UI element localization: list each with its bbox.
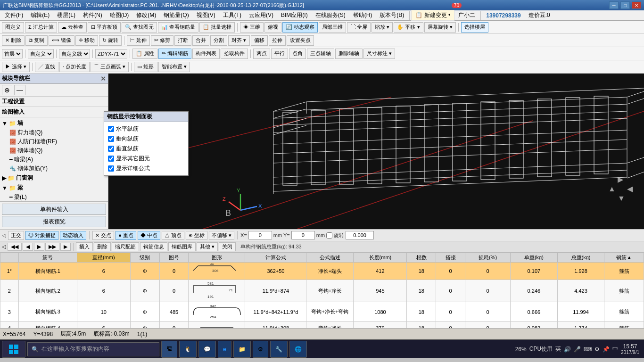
snap-btn-midpoint-heavy[interactable]: ● 重点 <box>116 231 136 240</box>
btn-define[interactable]: 图定义 <box>2 22 24 33</box>
btn-zoom[interactable]: 缩放 ▾ <box>372 22 393 33</box>
3d-view[interactable]: B B X Y Z ▶ ▲ ▼ ◀ <box>108 74 644 229</box>
table-btn-steel-info[interactable]: 钢筋信息 <box>140 242 167 251</box>
btn-del-aux[interactable]: 删除辅轴 <box>335 49 363 59</box>
btn-select-floor[interactable]: 选择楼层 <box>461 22 488 33</box>
table-btn-first[interactable]: ◀◀ <box>8 243 22 251</box>
btn-local-3d[interactable]: 局部三维 <box>319 22 346 33</box>
tree-item-hidden-beam[interactable]: ━暗梁(A) <box>0 155 108 164</box>
btn-dim-mark[interactable]: 尺寸标注 ▾ <box>363 49 395 59</box>
btn-point-angle[interactable]: 点角 <box>289 49 306 59</box>
y-input[interactable] <box>291 231 315 239</box>
cb-horizontal[interactable] <box>108 126 114 132</box>
btn-batch-select[interactable]: 📋 批量选择 <box>199 22 235 33</box>
btn-trim[interactable]: ✂ 修剪 <box>151 35 173 46</box>
btn-property[interactable]: 📋 属性 <box>132 49 157 59</box>
table-row[interactable]: 4 横向钢筋.4 6 Φ 0 11.9*d+308 弯钩+净长 379 18 0 <box>0 322 644 329</box>
snap-btn-vertex[interactable]: △ 顶点 <box>162 231 184 240</box>
btn-parallel[interactable]: 平行 <box>271 49 288 59</box>
menu-file[interactable]: 文件(F) <box>1 10 27 20</box>
btn-pan[interactable]: ✋ 平移 ▾ <box>394 22 423 33</box>
menu-component[interactable]: 构件(N) <box>79 10 106 20</box>
search-box[interactable]: 🔍 在这里输入你要搜索的内容 <box>27 342 159 356</box>
btn-rotate[interactable]: ↻ 旋转 <box>99 35 122 46</box>
snap-btn-midpoint[interactable]: ◆ 中点 <box>138 231 160 240</box>
btn-align[interactable]: 对齐 ▾ <box>228 35 249 46</box>
snap-btn-no-offset[interactable]: 不偏移 ▾ <box>209 231 234 240</box>
snap-btn-orthogonal[interactable]: 正交 <box>8 231 24 240</box>
btn-view-steel[interactable]: 📊 查看钢筋量 <box>158 22 198 33</box>
btn-arc[interactable]: ⌒ 三点画弧 ▾ <box>91 62 129 72</box>
btn-rect[interactable]: ▭ 矩形 <box>134 62 157 72</box>
snap-btn-capture[interactable]: ◎ 对象捕捉 <box>25 231 58 240</box>
start-button[interactable] <box>2 341 25 358</box>
taskbar-item-qq[interactable]: 🐧 <box>179 341 197 358</box>
menu-steel[interactable]: 钢筋量(Q) <box>160 10 192 20</box>
btn-fullscreen[interactable]: ⛶ 全屏 <box>347 22 371 33</box>
zdyx-select[interactable]: ZDYX-71 <box>95 49 127 58</box>
btn-check[interactable]: ☁ 云检查 <box>58 22 87 33</box>
btn-edit-steel[interactable]: ✏ 编辑钢筋 <box>158 49 191 59</box>
cb-vertical2[interactable] <box>108 146 114 152</box>
menu-floor[interactable]: 楼层(L) <box>53 10 79 20</box>
taskbar-item-ie[interactable]: e <box>218 341 231 358</box>
btn-line[interactable]: ╱ 直线 <box>35 62 58 72</box>
btn-offset[interactable]: 偏移 <box>251 35 268 46</box>
btn-3point-aux[interactable]: 三点辅轴 <box>307 49 334 59</box>
btn-dynamic[interactable]: 🔄 动态观察 <box>282 22 318 33</box>
btn-pick-component[interactable]: 拾取构件 <box>221 49 248 59</box>
table-btn-other[interactable]: 其他 ▾ <box>197 242 218 251</box>
btn-extend[interactable]: ⊢ 延伸 <box>127 35 150 46</box>
sidebar-btn-project[interactable]: 工程设置 <box>0 97 108 107</box>
tree-item-brick-wall[interactable]: 🧱砌体墙(Q) <box>0 146 108 155</box>
tree-item-civil-wall[interactable]: 🧱人防门框墙(RF) <box>0 137 108 146</box>
menu-modify[interactable]: 修改(M) <box>132 10 160 20</box>
maximize-button[interactable]: □ <box>620 1 630 9</box>
btn-point-len[interactable]: · 点加长度 <box>59 62 90 72</box>
minimize-button[interactable]: ─ <box>609 1 619 9</box>
tree-item-brick-steel[interactable]: 🔩砌体加筋(Y) <box>0 164 108 173</box>
menu-price[interactable]: 造价豆:0 <box>525 10 554 20</box>
btn-merge[interactable]: 合并 <box>192 35 209 46</box>
cb-vertical1[interactable] <box>108 136 114 142</box>
btn-find[interactable]: 🔍 查找图元 <box>122 22 157 33</box>
taskbar-item-extra3[interactable]: 🌐 <box>289 341 307 358</box>
menu-gx2[interactable]: 广小二 <box>454 10 479 20</box>
btn-copy[interactable]: ⧉ 复制 <box>25 35 48 46</box>
tree-section-wall[interactable]: ▼ 📁 墙 <box>0 118 108 128</box>
snap-btn-coord[interactable]: ⊕ 坐标 <box>186 231 207 240</box>
close-button[interactable]: ✕ <box>632 1 641 9</box>
btn-screen-rotate[interactable]: 屏幕旋转 ▾ <box>424 22 456 33</box>
floor-select[interactable]: 首层 <box>2 49 23 58</box>
btn-select[interactable]: ▶ 选择 ▾ <box>2 62 30 72</box>
btn-report-preview[interactable]: 报表预览 <box>2 216 106 227</box>
tree-section-door[interactable]: ▶ 📁 门窗洞 <box>0 173 108 183</box>
rotate-checkbox[interactable] <box>326 232 332 239</box>
taskbar-item-wechat[interactable]: 💬 <box>198 341 216 358</box>
cb-show-formula[interactable] <box>108 165 114 172</box>
taskbar-item-extra1[interactable]: ⚙ <box>253 341 268 358</box>
tray-keyboard-icon[interactable]: ⌨ <box>584 346 592 353</box>
snap-btn-intersect[interactable]: ✕ 交点 <box>92 231 114 240</box>
sidebar-close-btn[interactable]: ✕ <box>100 75 106 82</box>
table-row[interactable]: 2 横向钢筋.2 6 Φ 0 581 71 191 <box>0 280 644 302</box>
btn-3d[interactable]: ◈ 三维 <box>240 22 264 33</box>
tray-mic-icon[interactable]: 🎤 <box>574 346 581 353</box>
btn-flush[interactable]: ⊟ 平齐板顶 <box>88 22 121 33</box>
sidebar-tool-btn2[interactable]: — <box>14 85 25 95</box>
menu-draw[interactable]: 绘图(D) <box>106 10 133 20</box>
table-btn-close[interactable]: 关闭 <box>219 242 236 251</box>
table-row[interactable]: 3 横向钢筋.3 10 Φ 485 842 254 11.9*d+842+11.… <box>0 302 644 322</box>
menu-bim[interactable]: BIM应用(I) <box>277 10 312 20</box>
btn-top-view[interactable]: 俯视 <box>264 22 281 33</box>
table-btn-prev[interactable]: ◀ <box>23 243 33 251</box>
btn-delete[interactable]: ✕ 删除 <box>2 35 25 46</box>
btn-calc[interactable]: Σ 汇总计算 <box>25 22 57 33</box>
tray-pin-icon[interactable]: 📌 <box>603 346 610 353</box>
tray-clock[interactable]: 15:57 2017/9/1 <box>621 343 639 355</box>
table-btn-delete[interactable]: 删除 <box>94 242 111 251</box>
snap-btn-dynamic[interactable]: 动态输入 <box>60 231 86 240</box>
btn-smart-place[interactable]: 智能布置 ▾ <box>158 62 190 72</box>
taskbar-item-ggj[interactable]: 🏗 <box>161 341 177 358</box>
btn-break[interactable]: 打断 <box>174 35 191 46</box>
